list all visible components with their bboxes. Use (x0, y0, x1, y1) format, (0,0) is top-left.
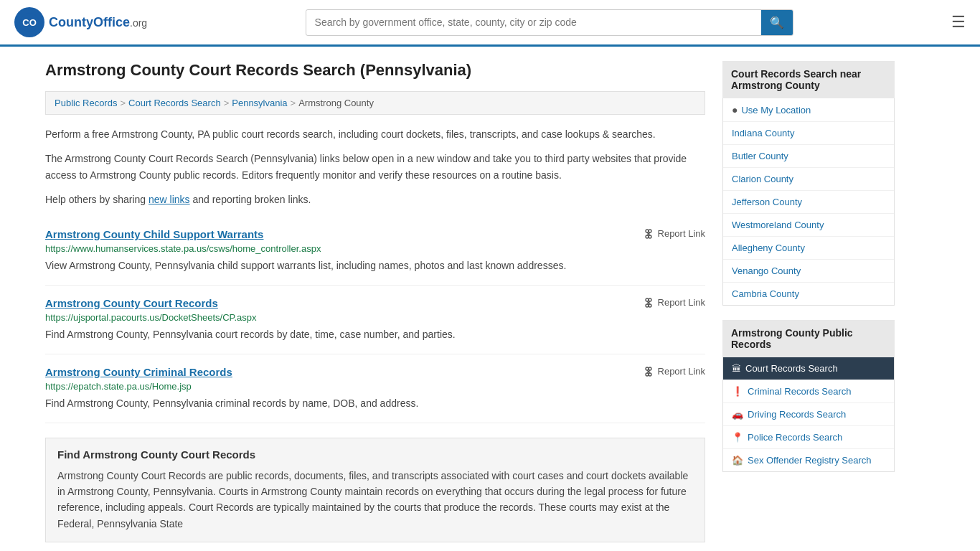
record-item-1: Armstrong County Court Records Report Li… (45, 286, 705, 354)
find-section-title: Find Armstrong County Court Records (57, 448, 693, 461)
public-records-item-1[interactable]: ❗ Criminal Records Search (723, 380, 894, 403)
logo-text: CountyOffice.org (49, 15, 147, 30)
public-records-item-3[interactable]: 📍 Police Records Search (723, 426, 894, 449)
public-records-item-4[interactable]: 🏠 Sex Offender Registry Search (723, 449, 894, 471)
nearby-section: Court Records Search near Armstrong Coun… (722, 61, 895, 306)
menu-button[interactable]: ☰ (951, 14, 966, 30)
public-records-heading: Armstrong County Public Records (722, 320, 895, 357)
breadcrumb-public-records[interactable]: Public Records (55, 98, 117, 108)
record-header: Armstrong County Criminal Records Report… (45, 366, 705, 378)
report-link[interactable]: Report Link (643, 228, 705, 240)
list-item[interactable]: Clarion County (723, 168, 894, 191)
location-icon: ● (732, 104, 738, 116)
search-box: 🔍 (306, 9, 793, 36)
use-my-location-link[interactable]: Use My Location (741, 105, 811, 116)
record-header: Armstrong County Court Records Report Li… (45, 297, 705, 309)
intro-paragraph-2: The Armstrong County Court Records Searc… (45, 151, 705, 183)
record-description: Find Armstrong County, Pennsylvania crim… (45, 396, 705, 411)
westmoreland-county-link[interactable]: Westmoreland County (732, 220, 824, 230)
sidebar-item-link[interactable]: Court Records Search (745, 363, 838, 374)
record-url: https://epatch.state.pa.us/Home.jsp (45, 381, 705, 392)
breadcrumb-pennsylvania[interactable]: Pennsylvania (232, 98, 287, 108)
record-header: Armstrong County Child Support Warrants … (45, 228, 705, 240)
breadcrumb-sep-3: > (291, 98, 296, 108)
svg-text:CO: CO (22, 17, 37, 28)
new-links-link[interactable]: new links (149, 194, 190, 205)
sidebar-item-icon: 🏛 (732, 363, 741, 374)
list-item[interactable]: Venango County (723, 260, 894, 283)
list-item[interactable]: Allegheny County (723, 237, 894, 260)
site-header: CO CountyOffice.org 🔍 ☰ (0, 0, 980, 47)
svg-point-18 (646, 373, 649, 376)
record-title[interactable]: Armstrong County Criminal Records (45, 366, 232, 378)
list-item[interactable]: Butler County (723, 145, 894, 168)
sidebar-item-icon: 🏠 (732, 455, 743, 466)
sidebar-item-link[interactable]: Sex Offender Registry Search (748, 455, 871, 466)
page-title: Armstrong County Court Records Search (P… (45, 61, 705, 80)
intro-3-prefix: Help others by sharing (45, 194, 149, 205)
sidebar-item-link[interactable]: Police Records Search (748, 432, 842, 443)
public-records-item-2[interactable]: 🚗 Driving Records Search (723, 403, 894, 426)
search-button[interactable]: 🔍 (761, 10, 793, 35)
record-description: Find Armstrong County, Pennsylvania cour… (45, 327, 705, 342)
sidebar-item-link[interactable]: Driving Records Search (748, 409, 846, 420)
logo-icon: CO (14, 7, 44, 37)
list-item[interactable]: Cambria County (723, 283, 894, 305)
record-url: https://ujsportal.pacourts.us/DocketShee… (45, 312, 705, 323)
svg-point-6 (646, 235, 649, 238)
record-item-2: Armstrong County Criminal Records Report… (45, 354, 705, 423)
record-title[interactable]: Armstrong County Court Records (45, 297, 218, 309)
find-section-text: Armstrong County Court Records are publi… (57, 468, 693, 532)
breadcrumb-armstrong-county: Armstrong County (298, 98, 374, 108)
svg-point-5 (649, 230, 651, 232)
butler-county-link[interactable]: Butler County (732, 151, 788, 161)
cambria-county-link[interactable]: Cambria County (732, 288, 799, 299)
breadcrumb-court-records-search[interactable]: Court Records Search (128, 98, 221, 108)
sidebar-item-link[interactable]: Criminal Records Search (748, 386, 852, 397)
find-section: Find Armstrong County Court Records Arms… (45, 438, 705, 543)
records-container: Armstrong County Child Support Warrants … (45, 217, 705, 423)
record-url: https://www.humanservices.state.pa.us/cs… (45, 243, 705, 254)
list-item[interactable]: Westmoreland County (723, 214, 894, 237)
allegheny-county-link[interactable]: Allegheny County (732, 242, 805, 253)
breadcrumb-sep-2: > (224, 98, 230, 108)
report-link[interactable]: Report Link (643, 297, 705, 309)
logo-suffix: .org (130, 17, 147, 29)
indiana-county-link[interactable]: Indiana County (732, 128, 794, 138)
list-item[interactable]: Jefferson County (723, 191, 894, 214)
public-records-item-0[interactable]: 🏛 Court Records Search (723, 357, 894, 380)
nearby-heading: Court Records Search near Armstrong Coun… (722, 61, 895, 98)
breadcrumb: Public Records > Court Records Search > … (45, 91, 705, 115)
report-link[interactable]: Report Link (643, 366, 705, 377)
intro-3-suffix: and reporting broken links. (190, 194, 311, 205)
sidebar-item-icon: 📍 (732, 432, 743, 443)
intro-paragraph-1: Perform a free Armstrong County, PA publ… (45, 126, 705, 142)
sidebar-item-icon: 🚗 (732, 409, 743, 420)
public-records-section: Armstrong County Public Records 🏛 Court … (722, 320, 895, 472)
logo-area: CO CountyOffice.org (14, 7, 147, 37)
sidebar-item-icon: ❗ (732, 386, 743, 397)
clarion-county-link[interactable]: Clarion County (732, 174, 793, 184)
svg-point-17 (649, 367, 651, 370)
sidebar: Court Records Search near Armstrong Coun… (722, 61, 895, 542)
list-item[interactable]: Indiana County (723, 122, 894, 145)
record-item-0: Armstrong County Child Support Warrants … (45, 217, 705, 286)
content-area: Armstrong County Court Records Search (P… (45, 61, 705, 542)
jefferson-county-link[interactable]: Jefferson County (732, 197, 802, 207)
record-description: View Armstrong County, Pennsylvania chil… (45, 258, 705, 273)
main-container: Armstrong County Court Records Search (P… (31, 47, 949, 551)
search-area: 🔍 (306, 9, 793, 36)
nearby-list: ● Use My Location Indiana County Butler … (722, 98, 895, 306)
use-my-location-item[interactable]: ● Use My Location (723, 98, 894, 122)
public-records-list: 🏛 Court Records Search ❗ Criminal Record… (722, 357, 895, 472)
svg-point-11 (649, 298, 651, 301)
svg-point-12 (646, 304, 649, 307)
record-title[interactable]: Armstrong County Child Support Warrants (45, 228, 263, 240)
search-input[interactable] (306, 11, 761, 34)
breadcrumb-sep-1: > (120, 98, 126, 108)
venango-county-link[interactable]: Venango County (732, 265, 801, 276)
intro-paragraph-3: Help others by sharing new links and rep… (45, 192, 705, 207)
